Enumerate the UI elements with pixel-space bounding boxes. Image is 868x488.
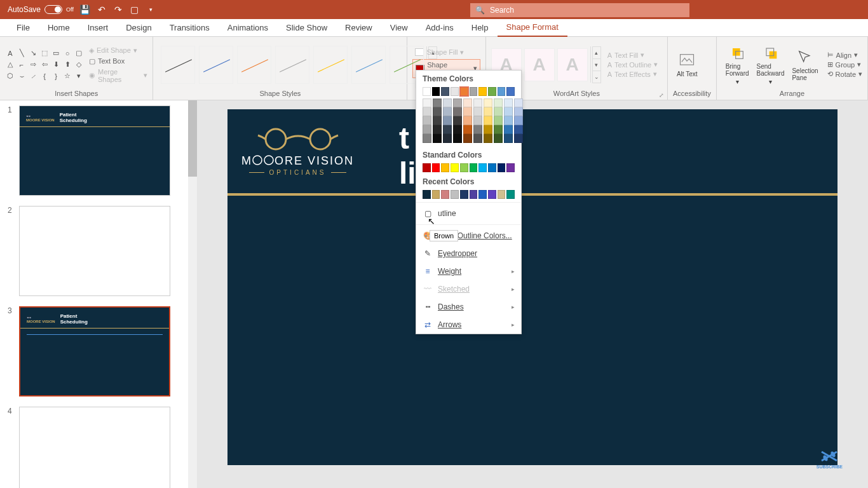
color-swatch[interactable]: [498, 87, 506, 96]
arrows-item[interactable]: ⇄Arrows▸: [416, 316, 521, 334]
color-swatch[interactable]: [470, 87, 478, 96]
slide-thumb-2[interactable]: 2: [8, 206, 180, 296]
style-gallery[interactable]: [158, 43, 426, 86]
color-swatch[interactable]: [494, 98, 503, 107]
color-swatch[interactable]: [453, 116, 462, 125]
color-swatch[interactable]: [433, 107, 442, 116]
tab-file[interactable]: File: [8, 19, 39, 36]
color-swatch[interactable]: [514, 116, 523, 125]
color-swatch[interactable]: [484, 116, 492, 125]
color-swatch[interactable]: [432, 87, 440, 96]
color-swatch[interactable]: [478, 163, 487, 172]
tab-animations[interactable]: Animations: [219, 19, 277, 36]
wa-up-icon[interactable]: ▴: [592, 46, 601, 59]
theme-color-row[interactable]: [416, 86, 521, 97]
slide-thumb-1[interactable]: 1👓MOORE VISIONPatientScheduling: [8, 105, 180, 196]
color-swatch[interactable]: [514, 134, 523, 143]
color-swatch[interactable]: [488, 163, 496, 172]
color-swatch[interactable]: [470, 190, 478, 199]
color-swatch[interactable]: [432, 190, 440, 199]
color-swatch[interactable]: [470, 163, 478, 172]
slide-canvas[interactable]: MORE VISION OPTICIANS tling: [227, 109, 837, 465]
redo-icon[interactable]: ↷: [113, 4, 123, 15]
color-swatch[interactable]: [441, 163, 449, 172]
color-swatch[interactable]: [504, 98, 513, 107]
color-swatch[interactable]: [443, 116, 452, 125]
send-backward-button[interactable]: Send Backward ▾: [753, 43, 789, 86]
color-swatch[interactable]: [460, 163, 468, 172]
tab-design[interactable]: Design: [117, 19, 160, 36]
dialog-launcher-icon[interactable]: ⤢: [659, 92, 665, 98]
tab-slideshow[interactable]: Slide Show: [277, 19, 336, 36]
color-swatch[interactable]: [460, 190, 468, 199]
tab-review[interactable]: Review: [336, 19, 381, 36]
tab-transitions[interactable]: Transitions: [161, 19, 219, 36]
color-swatch[interactable]: [441, 190, 449, 199]
color-swatch[interactable]: [423, 125, 431, 134]
rotate-button[interactable]: ⟲ Rotate ▾: [827, 70, 862, 78]
color-swatch[interactable]: [494, 134, 503, 143]
color-swatch[interactable]: [484, 134, 492, 143]
color-swatch[interactable]: [494, 107, 503, 116]
color-swatch[interactable]: [423, 98, 431, 107]
color-swatch[interactable]: [494, 116, 503, 125]
color-swatch[interactable]: [423, 116, 431, 125]
color-swatch[interactable]: [451, 190, 459, 199]
color-swatch[interactable]: [484, 107, 492, 116]
color-swatch[interactable]: [453, 125, 462, 134]
color-swatch[interactable]: [453, 107, 462, 116]
color-swatch[interactable]: [498, 190, 506, 199]
tab-addins[interactable]: Add-ins: [417, 19, 463, 36]
color-swatch[interactable]: [433, 125, 442, 134]
color-swatch[interactable]: [463, 125, 472, 134]
color-swatch[interactable]: [463, 98, 472, 107]
color-swatch[interactable]: [441, 87, 449, 96]
canvas-area[interactable]: MORE VISION OPTICIANS tling: [197, 100, 868, 488]
undo-icon[interactable]: ↶: [97, 4, 107, 15]
color-swatch[interactable]: [443, 98, 452, 107]
color-swatch[interactable]: [484, 125, 492, 134]
color-swatch[interactable]: [484, 98, 492, 107]
color-swatch[interactable]: [451, 87, 459, 96]
color-swatch[interactable]: [488, 87, 496, 96]
color-swatch[interactable]: [506, 190, 515, 199]
wa-more-icon[interactable]: ⌄: [592, 71, 601, 83]
color-swatch[interactable]: [423, 190, 431, 199]
color-swatch[interactable]: [506, 87, 515, 96]
wa-down-icon[interactable]: ▾: [592, 58, 601, 71]
dashes-item[interactable]: ┅Dashes▸: [416, 298, 521, 316]
color-swatch[interactable]: [473, 107, 482, 116]
recent-color-row[interactable]: [416, 189, 521, 200]
color-swatch[interactable]: [498, 163, 506, 172]
color-swatch[interactable]: [453, 98, 462, 107]
color-swatch[interactable]: [514, 107, 523, 116]
color-swatch[interactable]: [423, 87, 431, 96]
standard-color-row[interactable]: [416, 162, 521, 173]
color-swatch[interactable]: [453, 134, 462, 143]
slide-thumb-4[interactable]: 4: [8, 407, 180, 488]
save-icon[interactable]: 💾: [80, 4, 90, 15]
color-swatch[interactable]: [478, 87, 487, 96]
theme-tints[interactable]: [416, 97, 521, 147]
color-swatch[interactable]: [473, 116, 482, 125]
tab-view[interactable]: View: [381, 19, 417, 36]
color-swatch[interactable]: [433, 116, 442, 125]
align-button[interactable]: ⊨ Align ▾: [827, 51, 862, 59]
tab-home[interactable]: Home: [39, 19, 79, 36]
color-swatch[interactable]: [432, 163, 440, 172]
tab-help[interactable]: Help: [463, 19, 498, 36]
tab-insert[interactable]: Insert: [79, 19, 118, 36]
text-box-button[interactable]: ▢ Text Box: [89, 57, 147, 65]
selection-pane-button[interactable]: Selection Pane: [788, 47, 822, 83]
color-swatch[interactable]: [443, 125, 452, 134]
color-swatch[interactable]: [463, 107, 472, 116]
color-swatch[interactable]: [473, 134, 482, 143]
autosave-toggle[interactable]: AutoSave Off: [8, 5, 74, 14]
qat-more-icon[interactable]: ▾: [146, 4, 156, 15]
eyedropper-item[interactable]: ✎Eyedropper: [416, 245, 521, 262]
present-icon[interactable]: ▢: [130, 4, 140, 15]
color-swatch[interactable]: [478, 190, 487, 199]
subscribe-badge[interactable]: SUBSCRIBE: [817, 448, 843, 469]
tab-shapeformat[interactable]: Shape Format: [498, 18, 567, 37]
color-swatch[interactable]: [488, 190, 496, 199]
